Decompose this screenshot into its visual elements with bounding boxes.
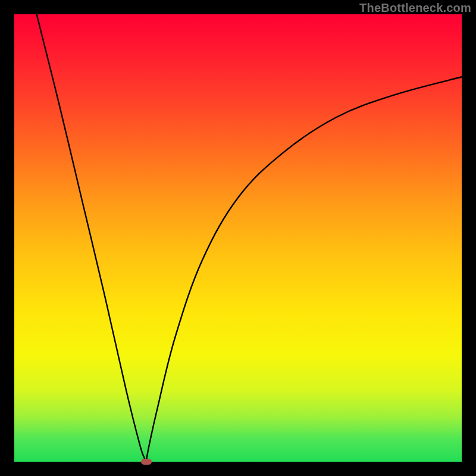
curve-left-path bbox=[37, 14, 146, 462]
chart-frame: TheBottleneck.com bbox=[0, 0, 476, 476]
plot-area bbox=[14, 14, 462, 462]
minimum-marker bbox=[141, 459, 152, 465]
watermark-text: TheBottleneck.com bbox=[359, 1, 471, 15]
curve-svg bbox=[14, 14, 462, 462]
curve-right-path bbox=[146, 77, 462, 462]
